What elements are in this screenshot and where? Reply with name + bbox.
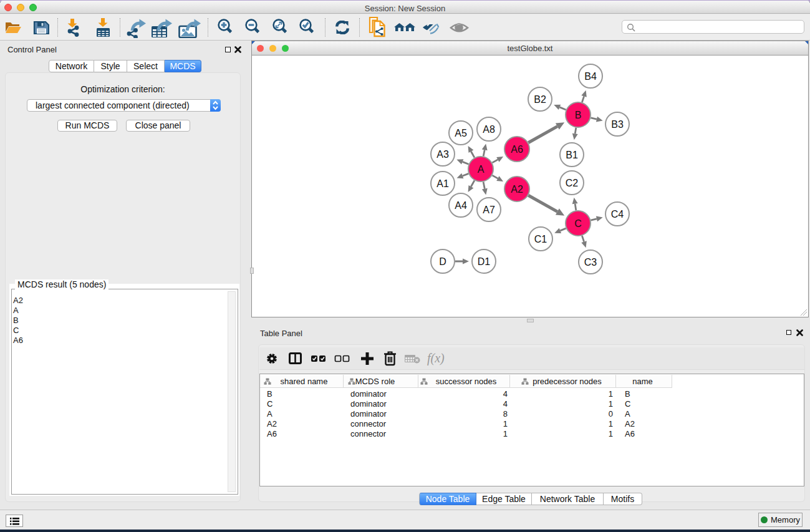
- svg-text:D: D: [439, 256, 446, 267]
- svg-text:C4: C4: [611, 209, 624, 220]
- svg-text:D1: D1: [478, 256, 491, 267]
- svg-text:A1: A1: [436, 178, 449, 189]
- svg-text:A5: A5: [455, 128, 467, 138]
- svg-text:A3: A3: [436, 149, 449, 160]
- svg-text:A2: A2: [511, 184, 523, 195]
- svg-text:A4: A4: [455, 200, 467, 211]
- svg-text:C: C: [574, 218, 582, 229]
- svg-text:C1: C1: [534, 234, 547, 244]
- svg-text:A: A: [478, 164, 485, 175]
- svg-text:A6: A6: [511, 144, 523, 155]
- svg-text:C3: C3: [584, 257, 597, 268]
- svg-text:B2: B2: [534, 94, 546, 105]
- svg-text:B4: B4: [584, 71, 597, 82]
- svg-text:B1: B1: [566, 150, 578, 160]
- svg-text:C2: C2: [566, 178, 579, 188]
- svg-text:B: B: [575, 110, 582, 120]
- svg-text:B3: B3: [611, 119, 624, 130]
- svg-text:A7: A7: [483, 205, 495, 215]
- svg-text:A8: A8: [483, 124, 495, 135]
